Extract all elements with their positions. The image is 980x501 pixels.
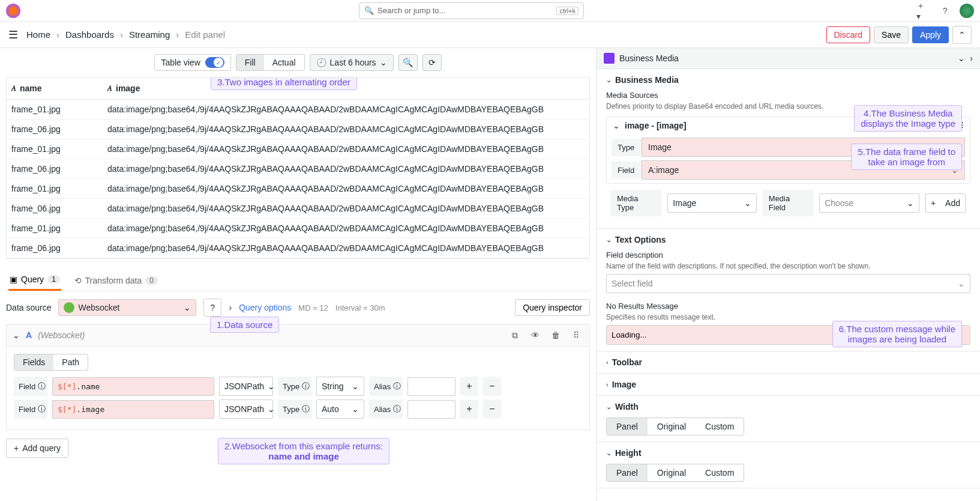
search-kbd: ctrl+k (556, 7, 579, 15)
toggle-visibility-icon[interactable]: 👁 (528, 328, 543, 342)
breadcrumb: Home› Dashboards› Streaming› Edit panel (26, 29, 225, 40)
section-image[interactable]: ›Image (606, 380, 970, 389)
height-panel[interactable]: Panel (607, 464, 648, 481)
seg-fill[interactable]: Fill (236, 55, 264, 70)
media-type-select[interactable]: Image⌄ (667, 193, 756, 213)
global-search[interactable]: 🔍 Search or jump to... ctrl+k (359, 2, 584, 19)
subtab-path[interactable]: Path (53, 354, 88, 370)
crumb-dashboards[interactable]: Dashboards (65, 29, 114, 40)
annotation-6: 6.The custom message whileimages are bei… (832, 321, 962, 347)
menu-toggle[interactable]: ☰ (8, 28, 18, 41)
type-select-2[interactable]: Auto⌄ (316, 399, 364, 419)
parser-select-2[interactable]: JSONPath⌄ (219, 399, 273, 419)
add-field-2[interactable]: + (460, 399, 478, 419)
seg-actual[interactable]: Actual (264, 55, 304, 70)
zoom-out-button[interactable]: 🔍 (398, 54, 418, 71)
query-a-header[interactable]: ⌄ A (Websocket) ⧉ 👁 🗑 ⠿ (6, 324, 590, 347)
parser-select-1[interactable]: JSONPath⌄ (219, 377, 273, 396)
help-icon: ? (211, 303, 215, 312)
chevron-right-icon[interactable]: › (970, 53, 973, 63)
cell-image: data:image/png;base64,/9j/4AAQSkZJRgABAQ… (103, 219, 589, 238)
field-desc-help: Name of the field with descriptions. If … (606, 262, 970, 270)
section-business-media[interactable]: ⌄Business Media (606, 75, 970, 85)
subtab-fields[interactable]: Fields (14, 354, 53, 370)
crumb-home[interactable]: Home (26, 29, 50, 40)
help-icon[interactable]: ? (938, 4, 952, 18)
media-field-select[interactable]: Choose⌄ (819, 193, 919, 213)
remove-field-2[interactable]: − (483, 399, 501, 419)
zoom-out-icon: 🔍 (403, 58, 413, 67)
app-logo[interactable] (6, 4, 20, 18)
table-row: frame_06.jpgdata:image/png;base64,/9j/4A… (7, 199, 589, 219)
width-panel[interactable]: Panel (607, 418, 648, 435)
alias-input-1[interactable] (407, 377, 455, 396)
plus-icon: + (931, 198, 936, 208)
visualization-icon (604, 53, 615, 64)
datasource-icon (64, 302, 74, 313)
text-type-icon: 𝐴 (107, 84, 112, 93)
query-interval: Interval = 30m (335, 303, 385, 312)
apply-button[interactable]: Apply (912, 26, 949, 43)
delete-icon[interactable]: 🗑 (549, 328, 563, 342)
chevron-down-icon[interactable]: ⌄ (958, 53, 965, 63)
annotation-2: 2.Websocket from this example returns:na… (218, 438, 389, 464)
field-label: Field (612, 162, 642, 179)
field-input-2[interactable]: $[*].image (52, 400, 214, 419)
collapse-sidepanel[interactable]: ⌃ (952, 26, 972, 44)
refresh-icon: ⟳ (428, 58, 436, 67)
add-menu[interactable]: ＋ ▾ (916, 4, 931, 18)
section-height[interactable]: ⌄Height (606, 448, 970, 458)
tab-query[interactable]: ▣ Query 1 (8, 270, 61, 291)
cell-image: data:image/png;base64,/9j/4AAQSkZJRgABAQ… (103, 100, 589, 119)
add-query-label: Add query (22, 443, 61, 453)
media-field-label: Media Field (763, 190, 813, 216)
refresh-button[interactable]: ⟳ (422, 54, 442, 71)
datasource-select[interactable]: Websocket ⌄ (58, 299, 196, 316)
type-select-1[interactable]: String⌄ (316, 377, 364, 396)
width-original[interactable]: Original (648, 418, 696, 435)
remove-field-1[interactable]: − (483, 377, 501, 396)
add-query-button[interactable]: + Add query (6, 439, 68, 458)
cell-name: frame_06.jpg (7, 159, 103, 178)
chevron-down-icon: ⌄ (380, 58, 387, 67)
annotation-1: 1.Data source (210, 317, 279, 333)
media-type-label: Media Type (611, 190, 661, 216)
duplicate-icon[interactable]: ⧉ (508, 328, 522, 342)
type-label: Typeⓘ (278, 399, 311, 419)
search-icon: 🔍 (364, 6, 374, 15)
add-field-1[interactable]: + (460, 377, 478, 396)
section-width[interactable]: ⌄Width (606, 402, 970, 411)
crumb-streaming[interactable]: Streaming (129, 29, 170, 40)
cell-name: frame_06.jpg (7, 120, 103, 139)
query-ds-hint: (Websocket) (38, 330, 85, 340)
field-input-1[interactable]: $[*].name (52, 377, 214, 396)
table-row: frame_01.jpgdata:image/png;base64,/9j/4A… (7, 179, 589, 199)
query-options-link[interactable]: Query options (239, 303, 291, 312)
tab-transform[interactable]: ⟲ Transform data 0 (73, 270, 159, 291)
table-view-toggle[interactable] (205, 57, 224, 68)
tab-transform-count: 0 (145, 276, 158, 285)
section-text-options[interactable]: ⌄Text Options (606, 235, 970, 244)
transform-icon: ⟲ (74, 276, 82, 285)
table-row: frame_06.jpgdata:image/png;base64,/9j/4A… (7, 159, 589, 179)
time-range-picker[interactable]: 🕘 Last 6 hours ⌄ (310, 54, 394, 71)
section-toolbar[interactable]: ›Toolbar (606, 357, 970, 367)
datasource-help[interactable]: ? (203, 299, 221, 317)
chevron-down-icon[interactable]: ⌄ (613, 121, 620, 130)
field-desc-select[interactable]: Select field⌄ (606, 274, 970, 293)
alias-input-2[interactable] (407, 400, 455, 419)
query-md: MD = 12 (298, 303, 328, 312)
type-label: Typeⓘ (278, 377, 311, 396)
query-inspector-button[interactable]: Query inspector (515, 299, 590, 316)
height-original[interactable]: Original (648, 464, 696, 481)
height-custom[interactable]: Custom (696, 464, 744, 481)
drag-handle-icon[interactable]: ⠿ (569, 328, 583, 342)
table-row: frame_06.jpgdata:image/png;base64,/9j/4A… (7, 120, 589, 139)
add-media-button[interactable]: + Add (925, 193, 966, 213)
discard-button[interactable]: Discard (826, 26, 870, 43)
cell-name: frame_06.jpg (7, 199, 103, 218)
cell-name: frame_01.jpg (7, 139, 103, 159)
user-avatar[interactable] (960, 4, 974, 18)
width-custom[interactable]: Custom (696, 418, 744, 435)
save-button[interactable]: Save (874, 26, 909, 43)
